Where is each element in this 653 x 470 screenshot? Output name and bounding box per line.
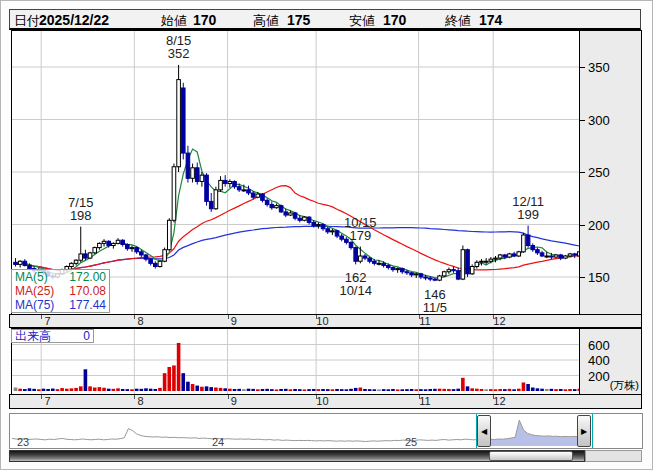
volume-tick-label: 400 bbox=[588, 353, 610, 368]
low-label: 安値 bbox=[349, 12, 375, 30]
date-value: 2025/12/22 bbox=[39, 12, 109, 28]
scrollbar-thumb[interactable] bbox=[489, 451, 573, 461]
date-label: 日付 bbox=[14, 12, 40, 30]
ma5-legend-row: MA(5) 172.00 bbox=[12, 270, 109, 284]
chart-annotation: 11/5 bbox=[423, 300, 447, 315]
price-tick-label: 350 bbox=[588, 60, 610, 75]
range-right-handle-button[interactable]: ▶ bbox=[577, 415, 591, 447]
month-label: 11 bbox=[419, 395, 430, 407]
high-value: 175 bbox=[287, 12, 310, 28]
chart-annotation: 198 bbox=[70, 208, 92, 223]
month-tick bbox=[41, 395, 42, 399]
price-tick-label: 300 bbox=[588, 113, 610, 128]
month-label: 12 bbox=[493, 395, 505, 407]
ma25-label: MA(25) bbox=[15, 284, 54, 298]
month-label: 8 bbox=[138, 315, 144, 327]
price-tick-mark bbox=[580, 225, 585, 226]
horizontal-scrollbar-track[interactable] bbox=[9, 450, 585, 462]
month-tick bbox=[134, 395, 135, 399]
month-label: 9 bbox=[231, 395, 237, 407]
ma25-legend-row: MA(25) 170.08 bbox=[12, 284, 109, 298]
ma75-label: MA(75) bbox=[15, 298, 54, 312]
price-tick-label: 200 bbox=[588, 218, 610, 233]
price-tick-mark bbox=[580, 120, 585, 121]
month-label: 11 bbox=[419, 315, 430, 327]
month-axis-upper: 789101112 bbox=[9, 314, 642, 328]
month-label: 10 bbox=[316, 395, 328, 407]
ma5-label: MA(5) bbox=[15, 270, 48, 284]
close-label: 終値 bbox=[445, 12, 471, 30]
ma-legend: MA(5) 172.00 MA(25) 170.08 MA(75) 177.44 bbox=[11, 269, 110, 313]
left-arrow-icon: ◀ bbox=[481, 427, 487, 436]
chart-annotation: 10/14 bbox=[339, 283, 372, 298]
volume-tick-label: 600 bbox=[588, 338, 610, 353]
ma5-value: 172.00 bbox=[69, 270, 106, 284]
navigator-svg bbox=[10, 414, 642, 448]
month-label: 10 bbox=[316, 315, 328, 327]
nav-year-label: 25 bbox=[405, 436, 417, 448]
range-left-handle-button[interactable]: ◀ bbox=[477, 415, 491, 447]
month-axis-lower: 789101112 bbox=[9, 394, 642, 409]
volume-chart-svg bbox=[12, 329, 580, 395]
price-tick-label: 150 bbox=[588, 270, 610, 285]
volume-unit-label: (万株) bbox=[610, 378, 639, 393]
price-tick-label: 250 bbox=[588, 165, 610, 180]
low-value: 170 bbox=[383, 12, 406, 28]
month-label: 7 bbox=[44, 315, 50, 327]
ma75-value: 177.44 bbox=[69, 298, 106, 312]
ma25-value: 170.08 bbox=[69, 284, 106, 298]
price-tick-mark bbox=[580, 277, 585, 278]
volume-legend-label: 出来高 bbox=[15, 330, 51, 342]
volume-chart-plot[interactable] bbox=[11, 328, 581, 396]
month-label: 12 bbox=[493, 315, 505, 327]
nav-year-label: 23 bbox=[17, 436, 29, 448]
price-axis: 350300250200150 bbox=[579, 30, 642, 315]
high-label: 高値 bbox=[253, 12, 279, 30]
chart-annotation: 179 bbox=[349, 228, 371, 243]
volume-legend: 出来高 0 bbox=[11, 329, 94, 343]
nav-year-label: 24 bbox=[212, 436, 224, 448]
price-tick-mark bbox=[580, 172, 585, 173]
volume-legend-value: 0 bbox=[83, 330, 90, 342]
close-value: 174 bbox=[479, 12, 502, 28]
price-tick-mark bbox=[580, 67, 585, 68]
chart-annotation: 352 bbox=[168, 46, 190, 61]
right-arrow-icon: ▶ bbox=[581, 427, 587, 436]
chart-annotation: 199 bbox=[517, 207, 539, 222]
month-label: 7 bbox=[44, 395, 50, 407]
range-end-guide bbox=[592, 414, 593, 448]
open-value: 170 bbox=[193, 12, 216, 28]
month-label: 9 bbox=[231, 315, 237, 327]
month-tick bbox=[134, 315, 135, 319]
month-tick bbox=[228, 395, 229, 399]
volume-tick-label: 200 bbox=[588, 369, 610, 384]
quote-info-bar: 日付 2025/12/22 始値 170 高値 175 安値 170 終値 17… bbox=[9, 9, 641, 30]
stock-chart-window: 日付 2025/12/22 始値 170 高値 175 安値 170 終値 17… bbox=[0, 0, 653, 470]
month-label: 8 bbox=[138, 395, 144, 407]
month-tick bbox=[228, 315, 229, 319]
scrollbar-corner bbox=[585, 450, 642, 462]
range-navigator[interactable]: ◀ ▶ 23 24 25 bbox=[9, 413, 643, 449]
month-tick bbox=[41, 315, 42, 319]
open-label: 始値 bbox=[161, 12, 187, 30]
volume-axis: (万株) 600400200 bbox=[579, 328, 642, 395]
ma75-legend-row: MA(75) 177.44 bbox=[12, 298, 109, 312]
